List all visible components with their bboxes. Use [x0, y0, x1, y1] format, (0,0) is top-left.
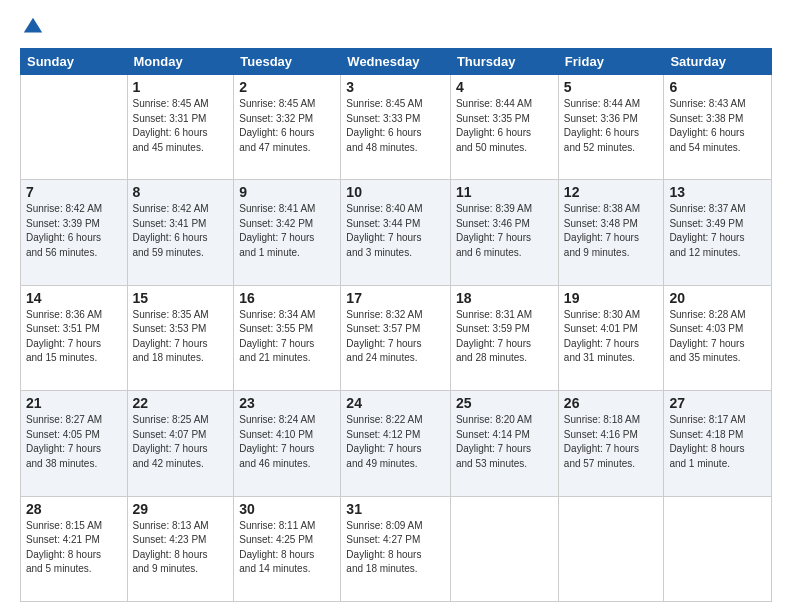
calendar-table: SundayMondayTuesdayWednesdayThursdayFrid… — [20, 48, 772, 602]
day-number: 16 — [239, 290, 335, 306]
cell-info: Sunrise: 8:40 AMSunset: 3:44 PMDaylight:… — [346, 202, 445, 260]
day-number: 11 — [456, 184, 553, 200]
cell-info: Sunrise: 8:13 AMSunset: 4:23 PMDaylight:… — [133, 519, 229, 577]
cell-info: Sunrise: 8:41 AMSunset: 3:42 PMDaylight:… — [239, 202, 335, 260]
logo — [20, 16, 44, 38]
cell-info: Sunrise: 8:45 AMSunset: 3:32 PMDaylight:… — [239, 97, 335, 155]
weekday-header-wednesday: Wednesday — [341, 49, 451, 75]
day-number: 10 — [346, 184, 445, 200]
calendar-cell: 18Sunrise: 8:31 AMSunset: 3:59 PMDayligh… — [450, 285, 558, 390]
weekday-header-row: SundayMondayTuesdayWednesdayThursdayFrid… — [21, 49, 772, 75]
calendar-cell — [664, 496, 772, 601]
logo-icon — [22, 16, 44, 38]
cell-info: Sunrise: 8:45 AMSunset: 3:33 PMDaylight:… — [346, 97, 445, 155]
day-number: 14 — [26, 290, 122, 306]
day-number: 9 — [239, 184, 335, 200]
calendar-cell: 16Sunrise: 8:34 AMSunset: 3:55 PMDayligh… — [234, 285, 341, 390]
calendar-cell — [21, 75, 128, 180]
day-number: 30 — [239, 501, 335, 517]
weekday-header-saturday: Saturday — [664, 49, 772, 75]
calendar-cell: 25Sunrise: 8:20 AMSunset: 4:14 PMDayligh… — [450, 391, 558, 496]
calendar-cell: 30Sunrise: 8:11 AMSunset: 4:25 PMDayligh… — [234, 496, 341, 601]
calendar-cell: 26Sunrise: 8:18 AMSunset: 4:16 PMDayligh… — [558, 391, 664, 496]
calendar-cell: 8Sunrise: 8:42 AMSunset: 3:41 PMDaylight… — [127, 180, 234, 285]
cell-info: Sunrise: 8:15 AMSunset: 4:21 PMDaylight:… — [26, 519, 122, 577]
cell-info: Sunrise: 8:24 AMSunset: 4:10 PMDaylight:… — [239, 413, 335, 471]
cell-info: Sunrise: 8:34 AMSunset: 3:55 PMDaylight:… — [239, 308, 335, 366]
cell-info: Sunrise: 8:22 AMSunset: 4:12 PMDaylight:… — [346, 413, 445, 471]
calendar-cell: 13Sunrise: 8:37 AMSunset: 3:49 PMDayligh… — [664, 180, 772, 285]
day-number: 1 — [133, 79, 229, 95]
cell-info: Sunrise: 8:44 AMSunset: 3:36 PMDaylight:… — [564, 97, 659, 155]
cell-info: Sunrise: 8:32 AMSunset: 3:57 PMDaylight:… — [346, 308, 445, 366]
calendar-cell: 4Sunrise: 8:44 AMSunset: 3:35 PMDaylight… — [450, 75, 558, 180]
day-number: 27 — [669, 395, 766, 411]
day-number: 26 — [564, 395, 659, 411]
day-number: 18 — [456, 290, 553, 306]
calendar-cell: 15Sunrise: 8:35 AMSunset: 3:53 PMDayligh… — [127, 285, 234, 390]
cell-info: Sunrise: 8:35 AMSunset: 3:53 PMDaylight:… — [133, 308, 229, 366]
calendar-cell — [558, 496, 664, 601]
cell-info: Sunrise: 8:17 AMSunset: 4:18 PMDaylight:… — [669, 413, 766, 471]
calendar-cell: 6Sunrise: 8:43 AMSunset: 3:38 PMDaylight… — [664, 75, 772, 180]
day-number: 7 — [26, 184, 122, 200]
calendar-cell: 20Sunrise: 8:28 AMSunset: 4:03 PMDayligh… — [664, 285, 772, 390]
weekday-header-sunday: Sunday — [21, 49, 128, 75]
calendar-cell: 23Sunrise: 8:24 AMSunset: 4:10 PMDayligh… — [234, 391, 341, 496]
weekday-header-monday: Monday — [127, 49, 234, 75]
cell-info: Sunrise: 8:45 AMSunset: 3:31 PMDaylight:… — [133, 97, 229, 155]
cell-info: Sunrise: 8:36 AMSunset: 3:51 PMDaylight:… — [26, 308, 122, 366]
day-number: 20 — [669, 290, 766, 306]
calendar-cell: 17Sunrise: 8:32 AMSunset: 3:57 PMDayligh… — [341, 285, 451, 390]
cell-info: Sunrise: 8:28 AMSunset: 4:03 PMDaylight:… — [669, 308, 766, 366]
calendar-week-row: 21Sunrise: 8:27 AMSunset: 4:05 PMDayligh… — [21, 391, 772, 496]
cell-info: Sunrise: 8:20 AMSunset: 4:14 PMDaylight:… — [456, 413, 553, 471]
calendar-cell: 19Sunrise: 8:30 AMSunset: 4:01 PMDayligh… — [558, 285, 664, 390]
calendar-cell: 27Sunrise: 8:17 AMSunset: 4:18 PMDayligh… — [664, 391, 772, 496]
day-number: 4 — [456, 79, 553, 95]
cell-info: Sunrise: 8:31 AMSunset: 3:59 PMDaylight:… — [456, 308, 553, 366]
calendar-cell: 9Sunrise: 8:41 AMSunset: 3:42 PMDaylight… — [234, 180, 341, 285]
weekday-header-friday: Friday — [558, 49, 664, 75]
calendar-week-row: 14Sunrise: 8:36 AMSunset: 3:51 PMDayligh… — [21, 285, 772, 390]
cell-info: Sunrise: 8:11 AMSunset: 4:25 PMDaylight:… — [239, 519, 335, 577]
calendar-cell: 12Sunrise: 8:38 AMSunset: 3:48 PMDayligh… — [558, 180, 664, 285]
day-number: 31 — [346, 501, 445, 517]
calendar-cell: 28Sunrise: 8:15 AMSunset: 4:21 PMDayligh… — [21, 496, 128, 601]
calendar-cell: 3Sunrise: 8:45 AMSunset: 3:33 PMDaylight… — [341, 75, 451, 180]
cell-info: Sunrise: 8:42 AMSunset: 3:41 PMDaylight:… — [133, 202, 229, 260]
weekday-header-thursday: Thursday — [450, 49, 558, 75]
calendar-cell: 29Sunrise: 8:13 AMSunset: 4:23 PMDayligh… — [127, 496, 234, 601]
cell-info: Sunrise: 8:39 AMSunset: 3:46 PMDaylight:… — [456, 202, 553, 260]
cell-info: Sunrise: 8:09 AMSunset: 4:27 PMDaylight:… — [346, 519, 445, 577]
cell-info: Sunrise: 8:30 AMSunset: 4:01 PMDaylight:… — [564, 308, 659, 366]
day-number: 12 — [564, 184, 659, 200]
day-number: 15 — [133, 290, 229, 306]
day-number: 8 — [133, 184, 229, 200]
day-number: 29 — [133, 501, 229, 517]
day-number: 6 — [669, 79, 766, 95]
calendar-cell: 11Sunrise: 8:39 AMSunset: 3:46 PMDayligh… — [450, 180, 558, 285]
day-number: 19 — [564, 290, 659, 306]
page-header — [20, 16, 772, 38]
cell-info: Sunrise: 8:43 AMSunset: 3:38 PMDaylight:… — [669, 97, 766, 155]
calendar-cell: 21Sunrise: 8:27 AMSunset: 4:05 PMDayligh… — [21, 391, 128, 496]
calendar-week-row: 28Sunrise: 8:15 AMSunset: 4:21 PMDayligh… — [21, 496, 772, 601]
cell-info: Sunrise: 8:18 AMSunset: 4:16 PMDaylight:… — [564, 413, 659, 471]
day-number: 23 — [239, 395, 335, 411]
calendar-cell: 14Sunrise: 8:36 AMSunset: 3:51 PMDayligh… — [21, 285, 128, 390]
calendar-cell: 2Sunrise: 8:45 AMSunset: 3:32 PMDaylight… — [234, 75, 341, 180]
calendar-cell: 24Sunrise: 8:22 AMSunset: 4:12 PMDayligh… — [341, 391, 451, 496]
calendar-week-row: 1Sunrise: 8:45 AMSunset: 3:31 PMDaylight… — [21, 75, 772, 180]
day-number: 17 — [346, 290, 445, 306]
day-number: 3 — [346, 79, 445, 95]
cell-info: Sunrise: 8:44 AMSunset: 3:35 PMDaylight:… — [456, 97, 553, 155]
calendar-cell: 5Sunrise: 8:44 AMSunset: 3:36 PMDaylight… — [558, 75, 664, 180]
day-number: 24 — [346, 395, 445, 411]
day-number: 22 — [133, 395, 229, 411]
calendar-cell: 31Sunrise: 8:09 AMSunset: 4:27 PMDayligh… — [341, 496, 451, 601]
calendar-cell: 10Sunrise: 8:40 AMSunset: 3:44 PMDayligh… — [341, 180, 451, 285]
day-number: 21 — [26, 395, 122, 411]
cell-info: Sunrise: 8:27 AMSunset: 4:05 PMDaylight:… — [26, 413, 122, 471]
day-number: 13 — [669, 184, 766, 200]
